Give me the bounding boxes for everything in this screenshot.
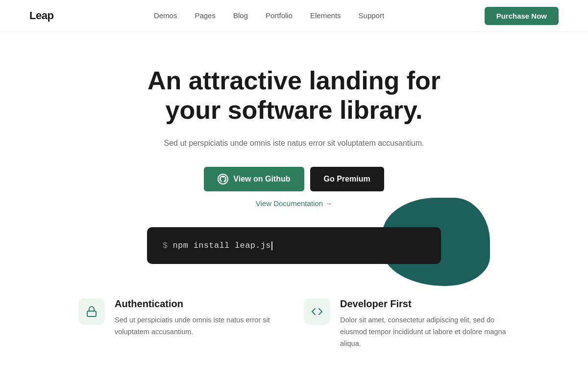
terminal-wrapper: $npm install leap.js bbox=[137, 227, 451, 264]
terminal-cursor bbox=[271, 241, 272, 250]
hero-subtext: Sed ut perspiciatis unde omnis iste natu… bbox=[152, 137, 436, 150]
documentation-link[interactable]: View Documentation → bbox=[10, 199, 578, 208]
hero-buttons: View on Github Go Premium bbox=[10, 167, 578, 191]
github-icon bbox=[218, 174, 228, 184]
hero-heading: An attractive landing for your software … bbox=[122, 66, 466, 125]
nav-pages[interactable]: Pages bbox=[195, 11, 216, 20]
feature-developer: Developer First Dolor sit amet, consecte… bbox=[304, 298, 510, 350]
svg-rect-0 bbox=[87, 311, 96, 316]
authentication-icon bbox=[78, 298, 105, 325]
developer-icon bbox=[304, 298, 330, 325]
features-section: Authentication Sed ut perspiciatis unde … bbox=[49, 298, 539, 368]
feature-developer-title: Developer First bbox=[340, 298, 510, 310]
terminal: $npm install leap.js bbox=[147, 227, 441, 264]
nav-portfolio[interactable]: Portfolio bbox=[266, 11, 293, 20]
nav-demos[interactable]: Demos bbox=[154, 11, 177, 20]
nav-links: Demos Pages Blog Portfolio Elements Supp… bbox=[154, 11, 384, 20]
nav-blog[interactable]: Blog bbox=[233, 11, 248, 20]
logo[interactable]: Leap bbox=[29, 9, 53, 22]
premium-button[interactable]: Go Premium bbox=[310, 167, 384, 191]
nav-support[interactable]: Support bbox=[359, 11, 385, 20]
feature-developer-text: Developer First Dolor sit amet, consecte… bbox=[340, 298, 510, 350]
feature-developer-desc: Dolor sit amet, consectetur adipiscing e… bbox=[340, 315, 510, 350]
purchase-button[interactable]: Purchase Now bbox=[485, 7, 559, 25]
feature-authentication: Authentication Sed ut perspiciatis unde … bbox=[78, 298, 284, 350]
navbar: Leap Demos Pages Blog Portfolio Elements… bbox=[0, 0, 588, 32]
feature-authentication-desc: Sed ut perspiciatis unde omnis iste natu… bbox=[115, 315, 284, 338]
hero-heading-line2: your software library. bbox=[166, 96, 423, 124]
github-button[interactable]: View on Github bbox=[204, 167, 304, 191]
hero-section: An attractive landing for your software … bbox=[0, 32, 588, 264]
terminal-line: $npm install leap.js bbox=[163, 241, 272, 250]
terminal-prompt: $ bbox=[163, 241, 168, 250]
feature-authentication-title: Authentication bbox=[115, 298, 284, 310]
hero-heading-line1: An attractive landing for bbox=[147, 66, 441, 95]
terminal-command: npm install leap.js bbox=[173, 241, 271, 250]
nav-elements[interactable]: Elements bbox=[310, 11, 341, 20]
feature-authentication-text: Authentication Sed ut perspiciatis unde … bbox=[115, 298, 284, 338]
github-button-label: View on Github bbox=[233, 175, 290, 184]
